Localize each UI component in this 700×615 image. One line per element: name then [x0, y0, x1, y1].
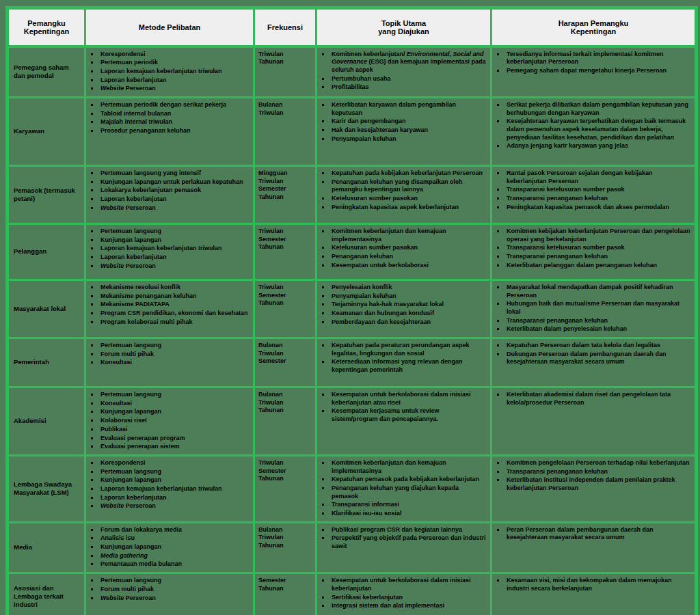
bullet-item: Keterlibatan karyawan dalam pengambilan …: [330, 101, 487, 117]
main-topics-cell: Komitmen keberlanjutan/ Environmental, S…: [317, 46, 492, 98]
main-topics-list: Keterlibatan karyawan dalam pengambilan …: [321, 101, 487, 143]
bullet-item: Pemberdayaan dan kesejahteraan: [330, 318, 487, 327]
bullet-item: Rantai pasok Perseroan sejalan dengan ke…: [505, 169, 691, 185]
main-topics-list: Komitmen keberlanjutan/ Environmental, S…: [321, 51, 487, 92]
bullet-item: Publikasi program CSR dan kegiatan lainn…: [330, 526, 487, 534]
bullet-item: Website Perseroan: [99, 204, 250, 213]
main-topics-cell: Kepatuhan pada kebijakan keberlanjutan P…: [317, 165, 492, 223]
bullet-item: Hak dan kesejahteraan karyawan: [330, 126, 487, 135]
bullet-item: Website Perseroan: [99, 85, 250, 93]
expectations-cell: Kepatuhan Perseroan dalam tata kelola da…: [492, 338, 697, 387]
bullet-item: Laporan kemajuan keberlanjutan triwulan: [99, 245, 250, 253]
frequency-cell: SemesterTahunan: [254, 573, 317, 615]
bullet-item: Transparansi ketelusuran sumber pasok: [505, 244, 691, 252]
bullet-item: Program kolaborasi multi pihak: [99, 318, 250, 327]
engagement-methods-list: KorespondensiPertemuan langsungKunjungan…: [90, 459, 250, 510]
table-row: Masyarakat lokal Mekanisme resolusi konf…: [8, 279, 697, 338]
bullet-item: Pemegang saham dapat mengetahui kinerja …: [505, 67, 691, 75]
bullet-item: Penyelesaian konflik: [330, 284, 487, 292]
stakeholder-name: Lembaga Swadaya Masyarakat (LSM): [8, 455, 85, 522]
frequency-value: Triwulan: [258, 350, 312, 358]
bullet-item: Lokakarya keberlanjutan pemasok: [99, 187, 250, 195]
bullet-item: Pemantauan media bulanan: [99, 560, 250, 569]
bullet-item: Evaluasi penerapan program: [99, 435, 250, 443]
table-row: Media Forum dan lokakarya mediaAnalisis …: [8, 522, 697, 573]
main-topics-list: Komitmen keberlanjutan dan kemajuan impl…: [321, 459, 487, 518]
expectations-cell: Tersedianya informasi terkait implementa…: [492, 46, 697, 98]
bullet-item: Kunjungan lapangan: [99, 476, 250, 484]
bullet-item: Klarifikasi isu-isu sosial: [330, 510, 487, 518]
expectations-cell: Komitmen kebijakan keberlanjutan Persero…: [492, 223, 697, 279]
expectations-list: Masyarakat lokal mendapatkan dampak posi…: [496, 284, 691, 333]
bullet-item: Komitmen pengelolaan Perseroan terhadap …: [505, 459, 691, 467]
bullet-item: Terjaminnya hak-hak masyarakat lokal: [330, 301, 487, 309]
bullet-item: Mekanisme resolusi konflik: [99, 284, 250, 292]
bullet-item: Transparansi ketelusuran sumber pasok: [505, 186, 691, 194]
main-topics-cell: Kepatuhan pada peraturan perundangan asp…: [317, 338, 492, 387]
bullet-item: Serikat pekerja dilibatkan dalam pengamb…: [505, 101, 691, 117]
header-main-topics: Topik Utama yang Diajukan: [317, 8, 492, 46]
engagement-methods-cell: Pertemuan langsungKonsultasiKunjungan la…: [85, 387, 254, 456]
frequency-value: Bulanan: [258, 526, 312, 534]
stakeholder-name: Asosiasi dan Lembaga terkait industri: [8, 573, 85, 615]
bullet-item: Penanganan keluhan yang disampaikan oleh…: [330, 178, 487, 194]
expectations-cell: Komitmen pengelolaan Perseroan terhadap …: [492, 455, 697, 522]
engagement-methods-list: Pertemuan periodik dengan serikat pekerj…: [90, 101, 250, 135]
frequency-value: Tahunan: [258, 585, 312, 593]
bullet-item: Kunjungan lapangan untuk perlakuan kepat…: [99, 178, 250, 187]
main-topics-list: Kepatuhan pada peraturan perundangan asp…: [321, 342, 487, 374]
bullet-item: Laporan keberlanjutan: [99, 77, 250, 85]
table-body: Pemegang saham dan pemodal Korespondensi…: [8, 46, 697, 615]
frequency-value: Triwulan: [258, 51, 312, 59]
bullet-item: Kesempatan kerjasama untuk review sistem…: [330, 407, 487, 423]
bullet-item: Website Perseroan: [99, 594, 250, 603]
bullet-item: Pertumbuhan usaha: [330, 75, 487, 83]
bullet-item: Penanganan keluhan: [330, 253, 487, 261]
expectations-list: Keterlibatan akademisi dalam riset dan p…: [496, 391, 691, 407]
engagement-methods-cell: Pertemuan langsung yang intensifKunjunga…: [85, 165, 254, 223]
frequency-value: Triwulan: [258, 284, 312, 292]
main-topics-list: Kepatuhan pada kebijakan keberlanjutan P…: [321, 169, 487, 211]
bullet-item: Kepatuhan Perseroan dalam tata kelola da…: [505, 342, 691, 350]
main-topics-list: Kesempatan untuk berkolaborasi dalam ini…: [321, 577, 487, 610]
table-row: Pemerintah Pertemuan langsungForum multi…: [8, 338, 697, 387]
bullet-item: Pertemuan periodik dengan serikat pekerj…: [99, 101, 250, 109]
expectations-list: Peran Perseroan dalam pembangunan daerah…: [496, 526, 691, 542]
main-topics-list: Kesempatan untuk berkolaborasi dalam ini…: [321, 391, 487, 424]
bullet-item: Evaluasi penerapan sistem: [99, 443, 250, 451]
bullet-item: Adanya jenjang karir karyawan yang jelas: [505, 142, 691, 150]
bullet-item: Keamanan dan hubungan kondusif: [330, 310, 487, 318]
bullet-item: Penyampaian keluhan: [330, 292, 487, 301]
engagement-methods-list: Mekanisme resolusi konflikMekanisme pena…: [90, 284, 250, 326]
bullet-item: Kesamaan visi, misi dan kekompakan dalam…: [505, 577, 691, 592]
header-frequency: Frekuensi: [254, 8, 317, 46]
stakeholder-engagement-table: Pemangku Kepentingan Metode Pelibatan Fr…: [5, 6, 698, 615]
frequency-cell: BulananTriwulanTahunan: [254, 522, 317, 573]
engagement-methods-cell: Forum dan lokakarya mediaAnalisis isuKun…: [85, 522, 254, 573]
engagement-methods-cell: Pertemuan periodik dengan serikat pekerj…: [85, 97, 254, 165]
bullet-item: Website Perseroan: [99, 502, 250, 510]
bullet-item: Transparansi penanganan keluhan: [505, 253, 691, 261]
bullet-item: Forum dan lokakarya media: [99, 526, 250, 534]
bullet-item: Keterlibatan pelanggan dalam penanganan …: [505, 262, 691, 270]
bullet-item: Komitmen kebijakan keberlanjutan Persero…: [505, 228, 691, 243]
bullet-item: Peran Perseroan dalam pembangunan daerah…: [505, 526, 691, 542]
bullet-item: Laporan kemajuan keberlanjutan triwulan: [99, 68, 250, 76]
frequency-cell: BulananTriwulanSemester: [254, 338, 317, 387]
bullet-item: Kesempatan untuk berkolaborasi: [330, 262, 487, 270]
frequency-cell: TriwulanTahunan: [254, 46, 317, 98]
frequency-value: Triwulan: [258, 109, 312, 118]
bullet-item: Peningkatan kapasitas aspek keberlanjuta…: [330, 204, 487, 212]
bullet-item: Masyarakat lokal mendapatkan dampak posi…: [505, 284, 691, 299]
header-engagement-method: Metode Pelibatan: [85, 8, 254, 46]
bullet-item: Hubungan baik dan mutualisme Perseroan d…: [505, 300, 691, 316]
bullet-item: Forum multi pihak: [99, 586, 250, 594]
bullet-item: Kesempatan untuk berkolaborasi dalam ini…: [330, 577, 487, 592]
bullet-item: Forum multi pihak: [99, 351, 250, 359]
engagement-methods-list: Pertemuan langsungForum multi pihakWebsi…: [90, 577, 250, 602]
frequency-cell: BulananTriwulanTahunan: [254, 387, 317, 456]
bullet-item: Korespondensi: [99, 51, 250, 59]
bullet-item: Kunjungan lapangan: [99, 408, 250, 416]
frequency-value: Tahunan: [258, 542, 312, 550]
bullet-item: Kunjungan lapangan: [99, 236, 250, 245]
